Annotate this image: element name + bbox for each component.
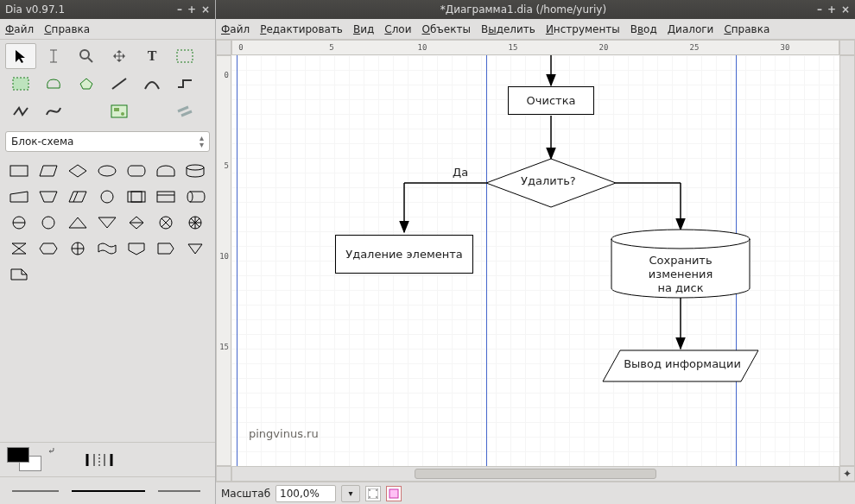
shape-decision[interactable]	[64, 159, 92, 183]
line-ends-row[interactable]	[0, 476, 215, 504]
arc-tool[interactable]	[136, 71, 168, 97]
menu-objects[interactable]: Объекты	[422, 23, 471, 35]
close-button[interactable]: ×	[201, 3, 210, 16]
svg-point-15	[101, 191, 113, 203]
shape-merge[interactable]	[93, 211, 121, 235]
shape-extract[interactable]	[64, 211, 92, 235]
svg-point-52	[369, 489, 370, 491]
toolbox-title: Dia v0.97.1	[5, 3, 65, 16]
horizontal-scrollbar[interactable]	[231, 466, 839, 482]
fg-color[interactable]	[7, 447, 29, 463]
shape-preparation[interactable]	[152, 159, 180, 183]
shape-process[interactable]	[5, 159, 33, 183]
shape-summing[interactable]	[35, 211, 62, 235]
shape-delay[interactable]	[181, 211, 209, 235]
diagram-canvas[interactable]: Очистка Удалить? Да Удаление элемента Со…	[231, 55, 839, 466]
vertical-ruler[interactable]: 0 5 10 15	[216, 55, 231, 466]
shape-manual-input[interactable]	[5, 185, 33, 209]
outline-tool[interactable]	[169, 98, 200, 124]
ruler-corner[interactable]	[216, 40, 231, 55]
ellipse-tool[interactable]	[5, 71, 36, 97]
shape-remove-element[interactable]: Удаление элемента	[335, 235, 473, 274]
swap-colors-icon[interactable]: ⤶	[48, 445, 55, 457]
shape-or[interactable]	[5, 211, 33, 235]
zoom-label: Масштаб	[221, 488, 270, 500]
shape-card[interactable]	[152, 185, 180, 209]
beziergon-tool[interactable]	[71, 71, 102, 97]
shape-data[interactable]	[35, 159, 62, 183]
menu-layers[interactable]: Слои	[384, 23, 411, 35]
menu-help[interactable]: Справка	[724, 23, 770, 35]
menu-view[interactable]: Вид	[353, 23, 374, 35]
shape-disk[interactable]	[181, 185, 209, 209]
text-edit-tool[interactable]	[38, 43, 69, 69]
snap-object-toggle[interactable]	[386, 486, 402, 501]
zoom-dropdown[interactable]: ▾	[341, 485, 360, 502]
menu-edit[interactable]: Редактировать	[260, 23, 343, 35]
shape-triangle-down[interactable]	[181, 236, 209, 261]
shape-manual-op[interactable]	[35, 185, 62, 209]
polyline-tool[interactable]	[5, 98, 36, 124]
maximize-button[interactable]: +	[187, 3, 196, 16]
up-down-icon: ▴▾	[200, 135, 204, 148]
toolbox-titlebar[interactable]: Dia v0.97.1 – + ×	[0, 0, 215, 19]
image-tool[interactable]	[104, 98, 135, 124]
canvas-titlebar[interactable]: *Диаграмма1.dia (/home/yuriy) – + ×	[216, 0, 855, 19]
shape-sort[interactable]	[152, 211, 180, 235]
minimize-button[interactable]: –	[817, 3, 822, 16]
horizontal-ruler[interactable]: 0 5 10 15 20 25 30	[231, 40, 839, 55]
svg-line-10	[178, 107, 188, 111]
polygon-tool[interactable]	[38, 71, 69, 97]
shape-hourglass[interactable]	[5, 236, 33, 261]
color-swatch-row: ⤶	[0, 442, 215, 476]
minimize-button[interactable]: –	[177, 3, 182, 16]
shape-collate[interactable]	[123, 211, 150, 235]
shape-predefined[interactable]	[123, 159, 150, 183]
shape-tape[interactable]	[93, 236, 121, 261]
shape-connector[interactable]	[93, 185, 121, 209]
decision-label[interactable]: Удалить?	[521, 174, 576, 187]
snap-grid-toggle[interactable]	[365, 486, 381, 501]
shape-database[interactable]	[181, 159, 209, 183]
navigate-button[interactable]: ✦	[839, 466, 855, 482]
menu-file[interactable]: Файл	[221, 23, 250, 35]
shape-document[interactable]	[5, 262, 33, 287]
shape-hexthin[interactable]	[35, 236, 62, 261]
vertical-scrollbar[interactable]	[839, 55, 855, 466]
shape-terminator[interactable]	[93, 159, 121, 183]
maximize-button[interactable]: +	[827, 3, 836, 16]
zigzag-tool[interactable]	[169, 71, 200, 97]
close-button[interactable]: ×	[841, 3, 850, 16]
magnify-tool[interactable]	[71, 43, 102, 69]
menu-tools[interactable]: Инструменты	[546, 23, 620, 35]
shape-offpage[interactable]	[123, 236, 150, 261]
text-tool[interactable]: T	[136, 43, 168, 69]
svg-rect-17	[131, 192, 142, 202]
ruler-label: 15	[219, 343, 229, 351]
svg-line-11	[181, 111, 192, 116]
bezier-tool[interactable]	[38, 98, 69, 124]
shape-save-label[interactable]: Сохранить изменения на диск	[620, 254, 741, 295]
menu-input[interactable]: Ввод	[630, 23, 657, 35]
menu-select[interactable]: Выделить	[481, 23, 535, 35]
svg-point-22	[42, 217, 54, 229]
shape-output-label[interactable]: Вывод информации	[622, 357, 743, 370]
ruler-label: 10	[219, 252, 229, 261]
menu-file[interactable]: Файл	[5, 23, 34, 35]
shape-offpage2[interactable]	[152, 236, 180, 261]
zoom-input[interactable]: 100,0%	[276, 485, 336, 502]
shape-display[interactable]	[64, 185, 92, 209]
shape-plus[interactable]	[64, 236, 92, 261]
canvas-title: *Диаграмма1.dia (/home/yuriy)	[235, 3, 812, 16]
box-tool[interactable]	[169, 43, 200, 69]
menu-dialogs[interactable]: Диалоги	[668, 23, 714, 35]
line-tool[interactable]	[104, 71, 135, 97]
shape-category-select[interactable]: Блок-схема ▴▾	[5, 131, 210, 152]
scroll-tool[interactable]	[104, 43, 135, 69]
shape-internal[interactable]	[123, 185, 150, 209]
line-style[interactable]	[81, 449, 133, 471]
shape-cleanup[interactable]: Очистка	[508, 86, 594, 115]
fg-bg-colors[interactable]: ⤶	[7, 447, 47, 473]
menu-help[interactable]: Справка	[44, 23, 90, 35]
pointer-tool[interactable]	[5, 43, 36, 69]
